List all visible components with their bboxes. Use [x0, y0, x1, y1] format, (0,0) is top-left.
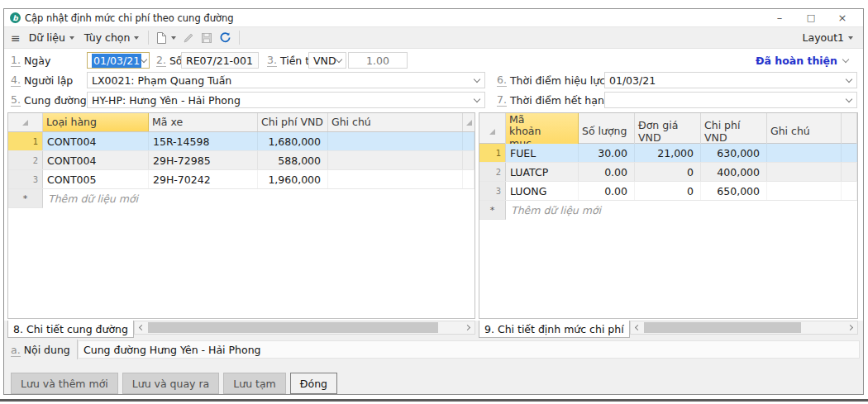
save-draft-button[interactable]: Lưu tạm: [223, 373, 286, 394]
column-header[interactable]: Mã xe: [149, 113, 258, 131]
chevron-down-icon[interactable]: [335, 55, 341, 62]
row-number[interactable]: 2: [8, 151, 43, 169]
cell-don-gia[interactable]: 0: [635, 182, 701, 200]
new-row[interactable]: * Thêm dữ liệu mới: [8, 189, 475, 208]
status-badge[interactable]: Đã hoàn thiện: [756, 52, 853, 69]
cell-ghi-chu[interactable]: [328, 132, 463, 150]
scrollbar-thumb[interactable]: [148, 322, 438, 333]
data-menu-button[interactable]: Dữ liệu: [24, 29, 79, 47]
cell-filler: [842, 182, 857, 200]
cell-so-luong[interactable]: 0.00: [579, 163, 635, 181]
cell-ma-xe[interactable]: 29H-70242: [149, 170, 258, 188]
date-label: 1. Ngày: [11, 52, 50, 69]
column-header[interactable]: Chi phí VND: [258, 113, 328, 131]
scroll-right-icon[interactable]: [462, 321, 475, 334]
scroll-left-icon[interactable]: [631, 321, 643, 334]
table-row[interactable]: 2 LUATCP 0.00 0 400,000: [479, 163, 857, 182]
exchange-rate-input[interactable]: 1.00: [348, 52, 408, 69]
new-row-label[interactable]: Thêm dữ liệu mới: [506, 201, 857, 220]
route-select[interactable]: HY-HP: Hưng Yên - Hải Phong: [87, 92, 485, 108]
currency-value: VND: [313, 55, 336, 67]
column-header[interactable]: Ghi chú: [328, 113, 463, 131]
row-number[interactable]: 2: [479, 163, 506, 181]
scroll-left-icon[interactable]: [135, 321, 147, 334]
cell-chi-phi[interactable]: 400,000: [701, 163, 767, 181]
cell-chi-phi[interactable]: 630,000: [701, 144, 767, 162]
row-number[interactable]: 1: [8, 132, 43, 150]
cell-ma-khoan-muc[interactable]: FUEL: [506, 144, 579, 162]
save-and-new-button[interactable]: Lưu và thêm mới: [11, 373, 118, 394]
document-number-input[interactable]: RE07/21-001: [181, 52, 259, 69]
tab-cost-norm-detail[interactable]: 9. Chi tiết định mức chi phí: [479, 321, 630, 338]
chevron-down-icon[interactable]: [141, 55, 147, 62]
cell-chi-phi[interactable]: 1,680,000: [258, 132, 328, 150]
effective-time-input[interactable]: 01/03/21: [604, 72, 857, 88]
close-icon[interactable]: ×: [827, 10, 858, 26]
cell-ghi-chu[interactable]: [328, 170, 463, 188]
cell-ghi-chu[interactable]: [328, 151, 463, 169]
chevron-down-icon[interactable]: [846, 95, 852, 102]
column-header[interactable]: Loại hàng: [43, 113, 149, 131]
new-row-label[interactable]: Thêm dữ liệu mới: [43, 189, 475, 208]
maximize-icon[interactable]: □: [795, 10, 827, 26]
horizontal-scrollbar[interactable]: [630, 321, 858, 335]
chevron-down-icon[interactable]: [846, 75, 852, 82]
cell-ma-khoan-muc[interactable]: LUONG: [506, 182, 579, 200]
layout-selector[interactable]: Layout1: [803, 31, 856, 44]
cell-chi-phi[interactable]: 1,960,000: [258, 170, 328, 188]
field-label: Cung đường: [24, 94, 87, 107]
creator-select[interactable]: LX0021: Phạm Quang Tuấn: [87, 72, 485, 88]
cell-loai-hang[interactable]: CONT005: [43, 170, 149, 188]
cell-ma-khoan-muc[interactable]: LUATCP: [506, 163, 579, 181]
table-row[interactable]: 3 LUONG 0.00 0 650,000: [479, 182, 857, 201]
select-all-cell[interactable]: [8, 113, 43, 131]
close-button[interactable]: Đóng: [290, 373, 337, 394]
cell-so-luong[interactable]: 30.00: [579, 144, 635, 162]
cell-ghi-chu[interactable]: [767, 163, 842, 181]
table-row[interactable]: 1 CONT004 15R-14598 1,680,000: [8, 132, 475, 151]
cell-don-gia[interactable]: 0: [635, 163, 701, 181]
scrollbar-track[interactable]: [643, 321, 845, 334]
cell-loai-hang[interactable]: CONT004: [43, 132, 149, 150]
horizontal-scrollbar[interactable]: [134, 321, 475, 335]
currency-select[interactable]: VND: [308, 52, 346, 69]
row-number[interactable]: 3: [479, 182, 506, 200]
minimize-icon[interactable]: –: [764, 10, 795, 26]
edit-button[interactable]: [179, 29, 198, 47]
scrollbar-thumb[interactable]: [644, 322, 802, 333]
options-menu-button[interactable]: Tùy chọn: [79, 29, 145, 47]
expiry-time-input[interactable]: [604, 92, 857, 108]
scroll-right-icon[interactable]: [845, 321, 857, 334]
row-number[interactable]: 1: [479, 144, 506, 162]
new-row[interactable]: * Thêm dữ liệu mới: [479, 201, 857, 220]
chevron-down-icon: [848, 36, 853, 40]
save-button[interactable]: [198, 29, 216, 47]
table-row[interactable]: 3 CONT005 29H-70242 1,960,000: [8, 170, 475, 189]
new-document-button[interactable]: [153, 29, 179, 47]
cell-so-luong[interactable]: 0.00: [579, 182, 635, 200]
menu-icon[interactable]: ≡: [11, 29, 24, 47]
chevron-down-icon[interactable]: [474, 95, 480, 102]
save-and-exit-button[interactable]: Lưu và quay ra: [122, 373, 220, 394]
cell-ghi-chu[interactable]: [767, 144, 842, 162]
row-number[interactable]: 3: [8, 170, 43, 188]
grid-tab-bars: 8. Chi tiết cung đường 9. Chi tiết định …: [4, 321, 863, 339]
cell-chi-phi[interactable]: 588,000: [258, 151, 328, 169]
chevron-down-icon[interactable]: [474, 75, 480, 82]
chevron-down-icon[interactable]: [842, 55, 849, 62]
table-row[interactable]: 2 CONT004 29H-72985 588,000: [8, 151, 475, 170]
refresh-button[interactable]: [216, 29, 235, 47]
content-input[interactable]: Cung đường Hưng Yên - Hải Phong: [78, 340, 860, 359]
tab-route-detail[interactable]: 8. Chi tiết cung đường: [7, 321, 134, 338]
cell-ghi-chu[interactable]: [767, 182, 842, 200]
date-input[interactable]: 01/03/21: [87, 52, 150, 69]
toolbar: ≡ Dữ liệu Tùy chọn: [4, 26, 863, 49]
cell-don-gia[interactable]: 21,000: [635, 144, 701, 162]
cell-chi-phi[interactable]: 650,000: [701, 182, 767, 200]
cell-loai-hang[interactable]: CONT004: [43, 151, 149, 169]
expiry-time-label: 7. Thời điểm hết hạn: [497, 92, 604, 108]
table-row[interactable]: 1 FUEL 30.00 21,000 630,000: [479, 144, 857, 163]
cell-ma-xe[interactable]: 15R-14598: [149, 132, 258, 150]
scrollbar-track[interactable]: [147, 321, 462, 334]
cell-ma-xe[interactable]: 29H-72985: [149, 151, 258, 169]
